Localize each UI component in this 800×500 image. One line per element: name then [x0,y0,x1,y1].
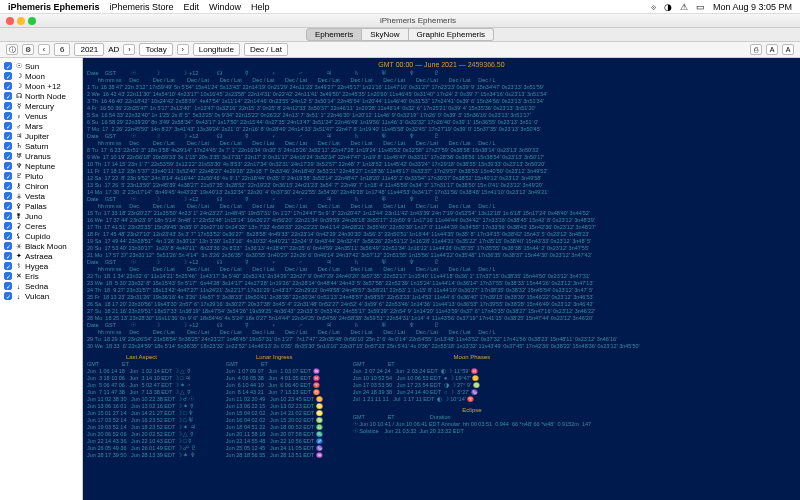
sidebar-item[interactable]: ✓♃Jupiter [4,131,78,141]
checkbox[interactable]: ✓ [4,172,12,180]
sidebar-item[interactable]: ✓⚕Hygea [4,261,78,271]
sidebar-item[interactable]: ✓⚴Pallas [4,201,78,211]
sidebar-item[interactable]: ✓☽Moon +12 [4,81,78,91]
battery-icon[interactable]: ▭ [696,2,705,12]
sidebar-item[interactable]: ✓✦Astraea [4,251,78,261]
font-small[interactable]: A [766,44,778,55]
next-button[interactable]: › [177,44,189,55]
sidebar-item[interactable]: ✓♅Uranus [4,151,78,161]
sidebar-item[interactable]: ✓♄Saturn [4,141,78,151]
app-name[interactable]: iPhemeris Ephemeris [8,2,100,12]
info-row: Jun 25 05 12 45 Jun 24 11 05 EDT ♑ [226,445,323,452]
data-row: 20 Su 17 53 40' 23n30'17" 1s23' 8' 4s40'… [87,245,796,252]
checkbox[interactable]: ✓ [4,212,12,220]
maximize-window[interactable] [28,17,36,25]
month-field[interactable]: 6 [54,43,70,56]
sidebar-item[interactable]: ✓⚷Chiron [4,181,78,191]
mode-declat[interactable]: Dec / Lat [244,43,288,56]
body-label: Astraea [25,252,53,261]
info-row: Jun 3 18 10 06 Jun 3 14 10 EDT ☽ □ ♃ [87,375,196,382]
sidebar-item[interactable]: ✓⚳Ceres [4,221,78,231]
mode-longitude[interactable]: Longitude [193,43,240,56]
menu-window[interactable]: Window [209,2,241,12]
data-row: 9 We 17 10 19' 22n56'18" 20n59'33' 3s 1'… [87,154,796,161]
font-large[interactable]: A [782,44,794,55]
data-row: 24 Th 18 9 27' 23n31'57" 18s13'42' 4n47'… [87,287,796,294]
sidebar-item[interactable]: ✓☽Moon [4,71,78,81]
wifi-icon[interactable]: ⚠ [680,2,688,12]
minimize-window[interactable] [17,17,25,25]
clock[interactable]: Mon Aug 9 3:05 PM [713,2,792,12]
data-row: 14 Mo 17 30 2' 23n17'14" 8n49'45' 4s43'2… [87,189,796,196]
close-window[interactable] [6,17,14,25]
checkbox[interactable]: ✓ [4,272,12,280]
gear-icon[interactable]: ⚙ [22,44,34,55]
body-symbol: ⚳ [15,222,22,230]
data-row: 8 Tu 17 6 23' 22n51' 3" 18n 3'58' 4s29'1… [87,147,796,154]
info-row: ☉ Solstice Jun 21 03:32 Jun 20 23:32 EDT [353,428,591,435]
checkbox[interactable]: ✓ [4,132,12,140]
checkbox[interactable]: ✓ [4,142,12,150]
sidebar-item[interactable]: ✓⚸Cupido [4,231,78,241]
checkbox[interactable]: ✓ [4,262,12,270]
ephemeris-table: GMT 00:00 — June 2021 — 2459366.50 Date … [83,58,800,500]
tab-ephemeris[interactable]: Ephemeris [306,28,362,41]
checkbox[interactable]: ✓ [4,72,12,80]
sidebar-item[interactable]: ✓♂Mars [4,121,78,131]
checkbox[interactable]: ✓ [4,252,12,260]
checkbox[interactable]: ✓ [4,282,12,290]
print-icon[interactable]: ⎙ [750,44,762,55]
body-symbol: ✕ [15,272,22,280]
checkbox[interactable]: ✓ [4,202,12,210]
info-row: Jun 11 02 20 49 Jun 10 23 45 EDT ♊ [226,396,323,403]
menubar: iPhemeris Ephemeris iPhemeris Store Edit… [0,0,800,14]
sidebar-item[interactable]: ✓♀Venus [4,111,78,121]
year-field[interactable]: 2021 [74,43,104,56]
checkbox[interactable]: ✓ [4,92,12,100]
menu-store[interactable]: iPhemeris Store [110,2,174,12]
body-label: Juno [25,212,42,221]
checkbox[interactable]: ✓ [4,62,12,70]
sidebar-item[interactable]: ✓⚵Juno [4,211,78,221]
data-row: 10 Th 17 14 15' 23n 1' 7" 22s53'59' 3s12… [87,161,796,168]
checkbox[interactable]: ✓ [4,192,12,200]
sidebar-item[interactable]: ✓↓Vulcan [4,291,78,301]
data-row: 21 Mo 17 57 37' 23n31'12" 5s51'26' 5n 4'… [87,252,796,259]
sidebar-item[interactable]: ✓↓Sedna [4,281,78,291]
menu-help[interactable]: Help [251,2,270,12]
info-row: Jun 16 04 02 02 Jun 15 20 02 EDT ♍ [226,417,323,424]
user-icon[interactable]: ◑ [664,2,672,12]
sidebar-item[interactable]: ✓☊North Node [4,91,78,101]
checkbox[interactable]: ✓ [4,162,12,170]
body-label: Black Moon [25,242,67,251]
sidebar-item[interactable]: ✓☉Sun [4,61,78,71]
checkbox[interactable]: ✓ [4,122,12,130]
checkbox[interactable]: ✓ [4,82,12,90]
sidebar-item[interactable]: ✓⚹Black Moon [4,241,78,251]
checkbox[interactable]: ✓ [4,112,12,120]
checkbox[interactable]: ✓ [4,152,12,160]
header-row-2: hh mm ss Dec Dec / Lat Dec / Lat Dec / L… [87,329,796,336]
checkbox[interactable]: ✓ [4,232,12,240]
tab-graphic[interactable]: Graphic Ephemeris [409,28,494,41]
body-label: Pallas [25,202,47,211]
sidebar-item[interactable]: ✓⚶Vesta [4,191,78,201]
dropbox-icon[interactable]: ⟐ [651,2,656,12]
sidebar-item[interactable]: ✓✕Eris [4,271,78,281]
sidebar-item[interactable]: ✓♆Neptune [4,161,78,171]
checkbox[interactable]: ✓ [4,102,12,110]
table-title: GMT 00:00 — June 2021 — 2459366.50 [87,61,796,68]
checkbox[interactable]: ✓ [4,292,12,300]
next-month[interactable]: › [123,44,135,55]
sidebar-item[interactable]: ✓☿Mercury [4,101,78,111]
checkbox[interactable]: ✓ [4,182,12,190]
body-label: Vesta [25,192,45,201]
prev-month[interactable]: ‹ [38,44,50,55]
info-button[interactable]: ⓘ [6,44,18,55]
menu-edit[interactable]: Edit [184,2,200,12]
tab-skynow[interactable]: SkyNow [362,28,408,41]
checkbox[interactable]: ✓ [4,242,12,250]
checkbox[interactable]: ✓ [4,222,12,230]
today-button[interactable]: Today [139,43,172,56]
sidebar-item[interactable]: ✓♇Pluto [4,171,78,181]
